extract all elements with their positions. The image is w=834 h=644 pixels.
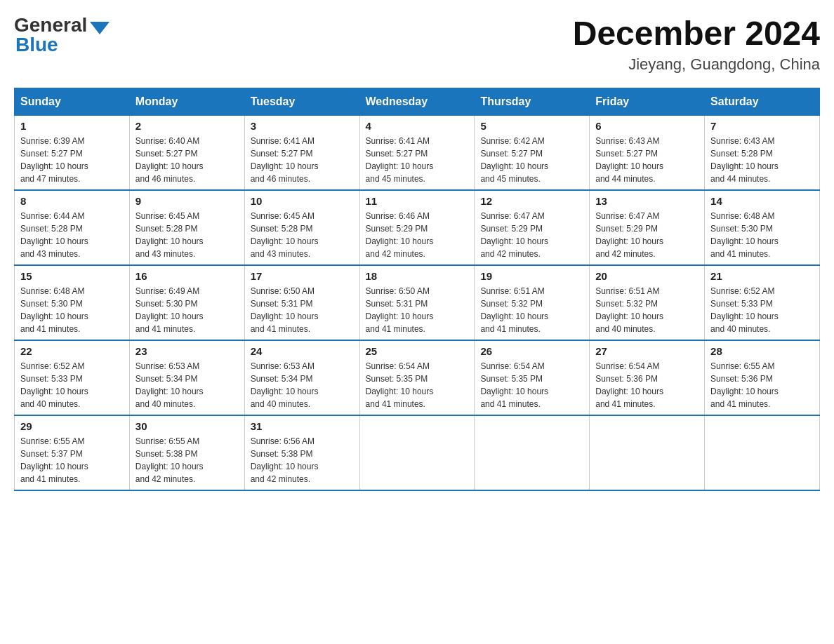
calendar-week-row: 22 Sunrise: 6:52 AM Sunset: 5:33 PM Dayl…: [15, 340, 820, 415]
calendar-cell: 27 Sunrise: 6:54 AM Sunset: 5:36 PM Dayl…: [590, 340, 705, 415]
calendar-cell: 3 Sunrise: 6:41 AM Sunset: 5:27 PM Dayli…: [244, 116, 359, 191]
day-number: 28: [710, 345, 814, 357]
calendar-cell: 15 Sunrise: 6:48 AM Sunset: 5:30 PM Dayl…: [15, 265, 130, 340]
day-number: 1: [20, 120, 124, 132]
day-info: Sunrise: 6:39 AM Sunset: 5:27 PM Dayligh…: [20, 135, 124, 185]
day-info: Sunrise: 6:51 AM Sunset: 5:32 PM Dayligh…: [595, 285, 699, 335]
day-info: Sunrise: 6:40 AM Sunset: 5:27 PM Dayligh…: [135, 135, 239, 185]
calendar-cell: [590, 415, 705, 490]
calendar-cell: 22 Sunrise: 6:52 AM Sunset: 5:33 PM Dayl…: [15, 340, 130, 415]
calendar-table: SundayMondayTuesdayWednesdayThursdayFrid…: [14, 88, 820, 491]
calendar-cell: 6 Sunrise: 6:43 AM Sunset: 5:27 PM Dayli…: [590, 116, 705, 191]
day-info: Sunrise: 6:47 AM Sunset: 5:29 PM Dayligh…: [480, 210, 583, 260]
calendar-cell: [705, 415, 820, 490]
day-number: 19: [480, 270, 583, 282]
calendar-week-row: 1 Sunrise: 6:39 AM Sunset: 5:27 PM Dayli…: [15, 116, 820, 191]
column-header-friday: Friday: [590, 88, 705, 116]
day-info: Sunrise: 6:48 AM Sunset: 5:30 PM Dayligh…: [710, 210, 814, 260]
calendar-cell: 23 Sunrise: 6:53 AM Sunset: 5:34 PM Dayl…: [129, 340, 244, 415]
column-header-thursday: Thursday: [475, 88, 590, 116]
day-number: 8: [20, 195, 124, 207]
day-number: 2: [135, 120, 239, 132]
calendar-cell: 21 Sunrise: 6:52 AM Sunset: 5:33 PM Dayl…: [705, 265, 820, 340]
calendar-cell: 11 Sunrise: 6:46 AM Sunset: 5:29 PM Dayl…: [359, 190, 475, 265]
day-number: 3: [251, 120, 354, 132]
calendar-cell: 24 Sunrise: 6:53 AM Sunset: 5:34 PM Dayl…: [244, 340, 359, 415]
calendar-cell: 13 Sunrise: 6:47 AM Sunset: 5:29 PM Dayl…: [590, 190, 705, 265]
calendar-cell: 16 Sunrise: 6:49 AM Sunset: 5:30 PM Dayl…: [129, 265, 244, 340]
day-number: 29: [20, 420, 124, 432]
calendar-cell: 17 Sunrise: 6:50 AM Sunset: 5:31 PM Dayl…: [244, 265, 359, 340]
day-info: Sunrise: 6:50 AM Sunset: 5:31 PM Dayligh…: [366, 285, 469, 335]
day-number: 16: [135, 270, 239, 282]
calendar-cell: 2 Sunrise: 6:40 AM Sunset: 5:27 PM Dayli…: [129, 116, 244, 191]
day-info: Sunrise: 6:48 AM Sunset: 5:30 PM Dayligh…: [20, 285, 124, 335]
day-number: 11: [366, 195, 469, 207]
day-number: 24: [251, 345, 354, 357]
day-info: Sunrise: 6:50 AM Sunset: 5:31 PM Dayligh…: [251, 285, 354, 335]
column-header-tuesday: Tuesday: [244, 88, 359, 116]
day-number: 5: [480, 120, 583, 132]
day-number: 30: [135, 420, 239, 432]
calendar-cell: 31 Sunrise: 6:56 AM Sunset: 5:38 PM Dayl…: [244, 415, 359, 490]
day-number: 23: [135, 345, 239, 357]
day-info: Sunrise: 6:54 AM Sunset: 5:35 PM Dayligh…: [480, 360, 583, 410]
calendar-header-row: SundayMondayTuesdayWednesdayThursdayFrid…: [15, 88, 820, 116]
calendar-cell: 19 Sunrise: 6:51 AM Sunset: 5:32 PM Dayl…: [475, 265, 590, 340]
day-number: 26: [480, 345, 583, 357]
day-number: 12: [480, 195, 583, 207]
day-number: 10: [251, 195, 354, 207]
calendar-cell: 28 Sunrise: 6:55 AM Sunset: 5:36 PM Dayl…: [705, 340, 820, 415]
day-info: Sunrise: 6:43 AM Sunset: 5:27 PM Dayligh…: [595, 135, 699, 185]
location-subtitle: Jieyang, Guangdong, China: [573, 55, 820, 74]
calendar-cell: 5 Sunrise: 6:42 AM Sunset: 5:27 PM Dayli…: [475, 116, 590, 191]
day-number: 9: [135, 195, 239, 207]
day-info: Sunrise: 6:54 AM Sunset: 5:35 PM Dayligh…: [366, 360, 469, 410]
day-number: 7: [710, 120, 814, 132]
calendar-cell: [475, 415, 590, 490]
day-number: 25: [366, 345, 469, 357]
day-info: Sunrise: 6:49 AM Sunset: 5:30 PM Dayligh…: [135, 285, 239, 335]
day-info: Sunrise: 6:55 AM Sunset: 5:37 PM Dayligh…: [20, 435, 124, 485]
title-section: December 2024 Jieyang, Guangdong, China: [573, 14, 820, 74]
calendar-cell: 14 Sunrise: 6:48 AM Sunset: 5:30 PM Dayl…: [705, 190, 820, 265]
calendar-week-row: 8 Sunrise: 6:44 AM Sunset: 5:28 PM Dayli…: [15, 190, 820, 265]
calendar-cell: 8 Sunrise: 6:44 AM Sunset: 5:28 PM Dayli…: [15, 190, 130, 265]
calendar-cell: 20 Sunrise: 6:51 AM Sunset: 5:32 PM Dayl…: [590, 265, 705, 340]
day-number: 6: [595, 120, 699, 132]
day-number: 18: [366, 270, 469, 282]
day-number: 20: [595, 270, 699, 282]
day-info: Sunrise: 6:46 AM Sunset: 5:29 PM Dayligh…: [366, 210, 469, 260]
calendar-cell: 7 Sunrise: 6:43 AM Sunset: 5:28 PM Dayli…: [705, 116, 820, 191]
calendar-cell: 12 Sunrise: 6:47 AM Sunset: 5:29 PM Dayl…: [475, 190, 590, 265]
day-number: 21: [710, 270, 814, 282]
column-header-monday: Monday: [129, 88, 244, 116]
day-number: 15: [20, 270, 124, 282]
calendar-week-row: 29 Sunrise: 6:55 AM Sunset: 5:37 PM Dayl…: [15, 415, 820, 490]
day-info: Sunrise: 6:45 AM Sunset: 5:28 PM Dayligh…: [251, 210, 354, 260]
logo-blue-text: Blue: [14, 34, 58, 56]
calendar-cell: 25 Sunrise: 6:54 AM Sunset: 5:35 PM Dayl…: [359, 340, 475, 415]
day-info: Sunrise: 6:41 AM Sunset: 5:27 PM Dayligh…: [251, 135, 354, 185]
calendar-cell: 1 Sunrise: 6:39 AM Sunset: 5:27 PM Dayli…: [15, 116, 130, 191]
calendar-cell: 18 Sunrise: 6:50 AM Sunset: 5:31 PM Dayl…: [359, 265, 475, 340]
day-info: Sunrise: 6:55 AM Sunset: 5:36 PM Dayligh…: [710, 360, 814, 410]
calendar-cell: 4 Sunrise: 6:41 AM Sunset: 5:27 PM Dayli…: [359, 116, 475, 191]
day-number: 17: [251, 270, 354, 282]
day-info: Sunrise: 6:52 AM Sunset: 5:33 PM Dayligh…: [710, 285, 814, 335]
day-info: Sunrise: 6:53 AM Sunset: 5:34 PM Dayligh…: [251, 360, 354, 410]
day-number: 4: [366, 120, 469, 132]
month-year-title: December 2024: [573, 14, 820, 53]
column-header-wednesday: Wednesday: [359, 88, 475, 116]
day-number: 14: [710, 195, 814, 207]
day-info: Sunrise: 6:53 AM Sunset: 5:34 PM Dayligh…: [135, 360, 239, 410]
calendar-week-row: 15 Sunrise: 6:48 AM Sunset: 5:30 PM Dayl…: [15, 265, 820, 340]
column-header-sunday: Sunday: [15, 88, 130, 116]
calendar-cell: 10 Sunrise: 6:45 AM Sunset: 5:28 PM Dayl…: [244, 190, 359, 265]
day-info: Sunrise: 6:45 AM Sunset: 5:28 PM Dayligh…: [135, 210, 239, 260]
day-info: Sunrise: 6:41 AM Sunset: 5:27 PM Dayligh…: [366, 135, 469, 185]
day-info: Sunrise: 6:42 AM Sunset: 5:27 PM Dayligh…: [480, 135, 583, 185]
logo-arrow-icon: [90, 22, 110, 34]
day-number: 13: [595, 195, 699, 207]
day-number: 27: [595, 345, 699, 357]
